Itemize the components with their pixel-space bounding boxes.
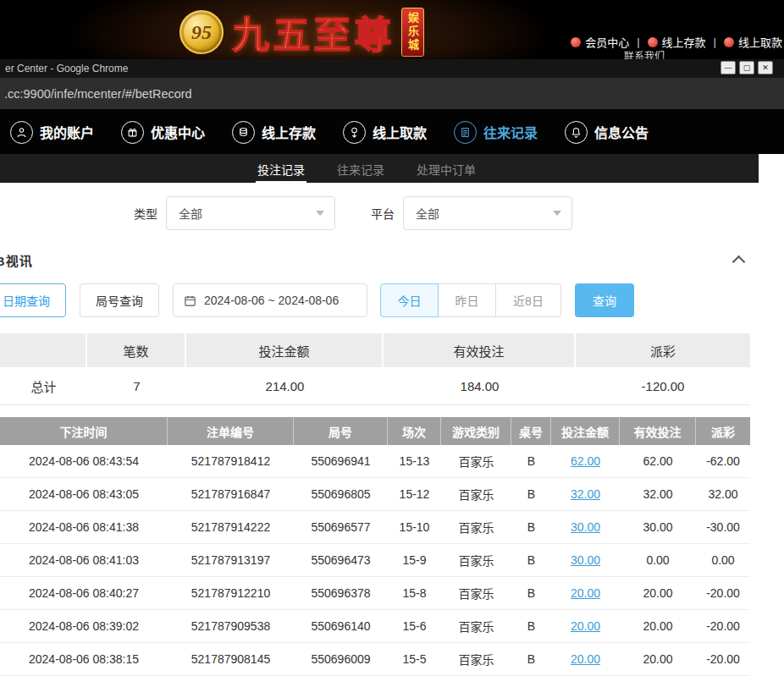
game-type: 百家乐 <box>441 511 511 543</box>
type-select[interactable]: 全部 <box>166 196 335 230</box>
yesterday-button[interactable]: 昨日 <box>438 283 496 317</box>
nav-item-announcements[interactable]: 信息公告 <box>565 121 649 144</box>
bet-amount-link[interactable]: 20.00 <box>571 586 600 600</box>
bet-amount-link[interactable]: 62.00 <box>571 454 600 468</box>
valid-bet: 20.00 <box>620 610 696 642</box>
bet-amount-link[interactable]: 30.00 <box>571 520 600 534</box>
window-title: er Center - Google Chrome <box>5 63 128 74</box>
col-bet-time: 下注时间 <box>0 417 168 445</box>
valid-bet: 0.00 <box>620 544 696 576</box>
separator: | <box>714 36 716 48</box>
bet-amount-link[interactable]: 32.00 <box>571 487 600 501</box>
table-no: B <box>511 544 551 576</box>
browser-window: er Center - Google Chrome — ▢ ✕ .cc:9900… <box>0 59 784 676</box>
summary-total-label: 总计 <box>0 367 87 404</box>
quick-date-group: 今日 昨日 近8日 <box>380 283 561 317</box>
order-no: 521787913197 <box>168 544 294 576</box>
col-payout: 派彩 <box>696 417 750 445</box>
bet-amount-link[interactable]: 20.00 <box>571 652 600 666</box>
address-bar[interactable]: .cc:9900/infe/mcenter/#/betRecord <box>0 78 784 110</box>
window-controls: — ▢ ✕ <box>721 61 773 74</box>
nav-item-online-withdraw[interactable]: 线上取款 <box>343 121 427 144</box>
coin-withdraw-icon <box>343 121 366 144</box>
session: 15-5 <box>388 643 441 675</box>
date-range-value: 2024-08-06 ~ 2024-08-06 <box>204 294 339 307</box>
platform-label: 平台 <box>371 205 395 222</box>
session: 15-8 <box>388 577 441 609</box>
top-link-member-center[interactable]: 会员中心 <box>571 34 629 50</box>
col-game-type: 游戏类别 <box>441 417 511 445</box>
top-link-label: 线上取款 <box>738 34 782 50</box>
tab-processing-orders[interactable]: 处理中订单 <box>415 154 478 183</box>
logo-coin-icon: 95 <box>179 10 224 54</box>
col-valid-bet: 有效投注 <box>620 417 696 445</box>
gift-icon <box>121 121 144 144</box>
maximize-button[interactable]: ▢ <box>739 61 754 74</box>
member-nav: 我的账户 优惠中心 线上存款 线上取款 <box>0 110 784 154</box>
col-order-no: 注单编号 <box>168 417 294 445</box>
table-no: B <box>511 478 551 510</box>
table-no: B <box>511 511 551 543</box>
date-range-input[interactable]: 2024-08-06 ~ 2024-08-06 <box>173 283 367 317</box>
bet-time: 2024-08-06 08:38:15 <box>0 643 168 675</box>
summary-col-bet-amount: 投注金额 <box>186 333 384 367</box>
table-row: 2024-08-06 08:41:38 521787914222 5506965… <box>0 511 750 544</box>
col-session: 场次 <box>388 417 441 445</box>
summary-header: 笔数 投注金额 有效投注 派彩 <box>0 333 750 367</box>
page: 95 九五至尊 娱乐城 会员中心 | 线上存款 | 线上取款 联系我们 er C… <box>0 0 784 676</box>
table-row: 2024-08-06 08:43:54 521787918412 5506969… <box>0 445 750 478</box>
table-no: B <box>511 577 551 609</box>
nav-item-promotions[interactable]: 优惠中心 <box>121 121 205 144</box>
session: 15-10 <box>388 511 441 543</box>
search-button[interactable]: 查询 <box>575 283 634 317</box>
bet-time: 2024-08-06 08:39:02 <box>0 610 168 642</box>
session: 15-12 <box>388 478 441 510</box>
tab-transaction-records[interactable]: 往来记录 <box>335 154 386 183</box>
nav-item-transaction-records[interactable]: 往来记录 <box>454 121 538 144</box>
summary-row: 总计 7 214.00 184.00 -120.00 <box>0 367 750 405</box>
minimize-button[interactable]: — <box>721 61 736 74</box>
platform-select[interactable]: 全部 <box>403 196 572 230</box>
type-select-value: 全部 <box>179 205 202 222</box>
payout: -20.00 <box>696 610 750 642</box>
game-type: 百家乐 <box>441 610 511 642</box>
bet-records-table: 下注时间 注单编号 局号 场次 游戏类别 桌号 投注金额 有效投注 派彩 202… <box>0 417 750 676</box>
order-no: 521787908145 <box>168 643 294 675</box>
top-link-label: 线上存款 <box>662 34 706 50</box>
close-button[interactable]: ✕ <box>758 61 773 74</box>
nav-item-my-account[interactable]: 我的账户 <box>10 121 94 144</box>
chevron-up-icon[interactable] <box>732 256 746 269</box>
summary-valid-bet-value: 184.00 <box>384 367 576 404</box>
section-title: BB视讯 <box>0 251 33 269</box>
table-header: 下注时间 注单编号 局号 场次 游戏类别 桌号 投注金额 有效投注 派彩 <box>0 417 750 445</box>
date-query-button[interactable]: 日期查询 <box>0 283 66 317</box>
bet-amount-link[interactable]: 20.00 <box>571 619 600 633</box>
separator: | <box>637 36 639 48</box>
nav-item-online-deposit[interactable]: 线上存款 <box>232 121 316 144</box>
top-links: 会员中心 | 线上存款 | 线上取款 <box>571 34 782 50</box>
payout: -30.00 <box>696 511 750 543</box>
nav-label: 线上存款 <box>262 122 316 142</box>
last8days-button[interactable]: 近8日 <box>495 283 561 317</box>
bet-time: 2024-08-06 08:43:05 <box>0 478 168 510</box>
table-row: 2024-08-06 08:39:02 521787909538 5506961… <box>0 610 750 643</box>
today-button[interactable]: 今日 <box>380 283 439 317</box>
round-no: 550696378 <box>294 577 388 609</box>
tab-bet-records[interactable]: 投注记录 <box>256 154 306 183</box>
payout: 32.00 <box>696 478 750 510</box>
col-table-no: 桌号 <box>511 417 551 445</box>
bell-icon <box>565 121 588 144</box>
top-link-online-withdraw[interactable]: 线上取款 <box>724 34 782 50</box>
account-icon <box>10 121 33 144</box>
summary-count-value: 7 <box>87 367 186 404</box>
logo-title: 九五至尊 <box>232 5 395 59</box>
filter-row: 类型 全部 平台 全部 <box>134 196 784 230</box>
table-no: B <box>511 643 551 675</box>
round-no: 550696805 <box>294 478 388 510</box>
summary-col-blank <box>0 333 87 367</box>
bet-amount-link[interactable]: 30.00 <box>571 553 600 567</box>
valid-bet: 62.00 <box>620 445 696 477</box>
nav-label: 我的账户 <box>40 122 94 142</box>
round-query-button[interactable]: 局号查询 <box>80 283 159 317</box>
deposit-link-icon <box>648 37 658 47</box>
